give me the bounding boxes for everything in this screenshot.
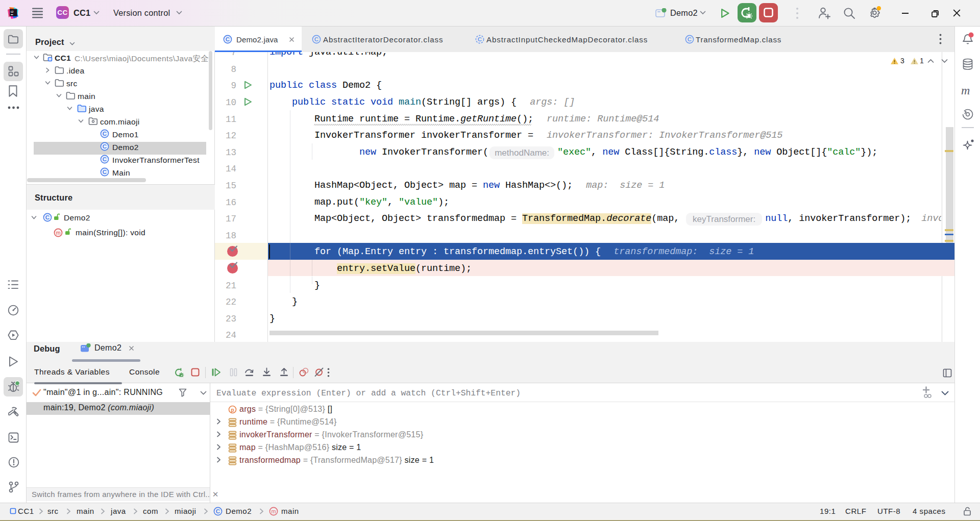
svg-text:p: p xyxy=(231,407,234,413)
svg-text:C: C xyxy=(103,131,107,137)
svg-text:IJ: IJ xyxy=(11,10,13,13)
svg-text:C: C xyxy=(314,36,318,42)
svg-text:m: m xyxy=(271,508,276,514)
svg-text:C: C xyxy=(216,508,220,514)
svg-text:C: C xyxy=(478,36,482,42)
svg-text:C: C xyxy=(45,214,50,220)
svg-text:C: C xyxy=(103,169,107,175)
svg-text:C: C xyxy=(226,36,230,42)
svg-text:C: C xyxy=(688,36,692,42)
svg-text:C: C xyxy=(103,156,107,162)
svg-text:C: C xyxy=(103,143,107,150)
svg-text:m: m xyxy=(56,230,60,236)
